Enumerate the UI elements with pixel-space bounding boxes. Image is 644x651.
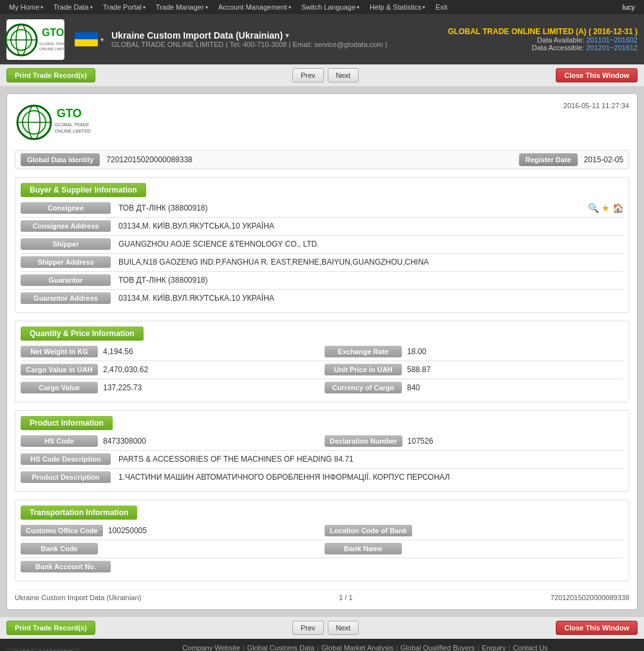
quantity-price-section: Quantity & Price Information Net Weight … [15,321,629,402]
guarantor-value: ТОВ ДТ-ЛІНК (38800918) [116,274,623,286]
cargo-value-uah-value: 2,470,030.62 [103,365,319,374]
nav-trade-data[interactable]: Trade Data ▾ [48,3,98,11]
nav-my-home[interactable]: My Home ▾ [4,3,48,11]
next-button[interactable]: Next [328,68,359,82]
nav-exit[interactable]: Exit [430,3,452,11]
main-content: GTO GLOBAL TRADE ONLINE LIMITED 2016-05-… [0,87,644,616]
record-source: Ukraine Custom Import Data (Ukrainian) [15,594,141,601]
identity-row: Global Data Identity 7201201502000008933… [15,150,629,169]
consignee-icons: 🔍 ★ 🏠 [588,203,623,213]
hs-code-value: 8473308000 [103,437,319,446]
search-icon[interactable]: 🔍 [588,203,599,213]
chevron-down-icon: ▾ [90,5,93,10]
chevron-down-icon: ▾ [205,5,208,10]
net-weight-value: 4,194.56 [103,347,319,356]
footer-link-customs[interactable]: Global Customs Data [247,644,315,651]
transportation-section: Transportation Information Customs Offic… [15,500,629,581]
svg-text:GLOBAL TRADE: GLOBAL TRADE [39,42,68,46]
register-date-label: Register Date [519,153,578,166]
top-navigation: My Home ▾ Trade Data ▾ Trade Portal ▾ Tr… [0,0,644,14]
bank-code-label: Bank Code [21,543,98,554]
hs-code-half: HS Code 8473308000 [21,435,319,447]
data-accessible-link[interactable]: 201201~201612 [586,44,638,52]
declaration-number-half: Declaration Number 107526 [325,435,623,447]
site-logo: GTO GLOBAL TRADE ONLINE LIMITED [6,19,64,60]
data-available-link[interactable]: 201101~201602 [586,36,638,44]
cargo-uah-half: Cargo Value in UAH 2,470,030.62 [21,364,319,375]
hs-code-label: HS Code [21,435,98,447]
product-section: Product Information HS Code 8473308000 D… [15,410,629,492]
user-name: lucy [617,3,640,11]
star-icon[interactable]: ★ [601,203,610,213]
prev-button[interactable]: Prev [292,68,324,82]
bank-code-half: Bank Code [21,543,319,554]
print-button[interactable]: Print Trade Record(s) [6,68,95,82]
hs-description-value: PARTS & ACCESSORIES OF THE MACHINES OF H… [116,453,623,465]
gto-logo-svg: GTO GLOBAL TRADE ONLINE LIMITED [3,22,68,57]
location-bank-label: Location Code of Bank [325,525,412,536]
footer-bottom: 苏ICP备 14033305号 Company Website | Global… [6,644,638,651]
net-weight-half: Net Weight in KG 4,194.56 [21,346,319,357]
nav-switch-language[interactable]: Switch Language ▾ [296,3,365,11]
shipper-row: Shipper GUANGZHOU AOJE SCIENCE &TEHNOLOG… [21,238,623,250]
footer-link-buyers[interactable]: Global Qualified Buyers [401,644,475,651]
home-icon[interactable]: 🏠 [612,203,623,213]
product-description-value: 1.ЧАСТИНИ МАШИН АВТОМАТИЧНОГО ОБРОБЛЕННЯ… [116,471,623,483]
quantity-price-title: Quantity & Price Information [21,326,144,341]
guarantor-row: Guarantor ТОВ ДТ-ЛІНК (38800918) [21,274,623,286]
print-button-bottom[interactable]: Print Trade Record(s) [6,621,95,635]
record-logo: GTO GLOBAL TRADE ONLINE LIMITED [15,102,99,144]
footer-link-enquiry[interactable]: Enquiry [482,644,506,651]
footer-link-company[interactable]: Company Website [182,644,240,651]
product-description-row: Product Description 1.ЧАСТИНИ МАШИН АВТО… [21,471,623,483]
flag-area: ▾ [75,32,104,46]
nav-help-statistics[interactable]: Help & Statistics ▾ [365,3,430,11]
buyer-supplier-section: Buyer & Supplier Information Consignee Т… [15,177,629,313]
exchange-rate-value: 18.00 [407,347,623,356]
site-info: Ukraine Custom Import Data (Ukrainian) ▾… [111,30,387,48]
close-button-bottom[interactable]: Close This Window [556,621,638,635]
ukraine-flag [75,32,98,46]
footer-link-market[interactable]: Global Market Analysis [321,644,393,651]
guarantor-address-row: Guarantor Address 03134,М. КИЇВ,ВУЛ.ЯКУТ… [21,292,623,304]
exchange-rate-label: Exchange Rate [325,346,402,357]
next-button-bottom[interactable]: Next [328,621,359,635]
svg-text:GLOBAL TRADE: GLOBAL TRADE [55,122,90,127]
unit-price-half: Unit Price in UAH 588.87 [325,364,623,375]
buyer-supplier-title: Buyer & Supplier Information [21,183,146,197]
company-name: GLOBAL TRADE ONLINE LIMITED (A) ( 2016-1… [448,27,638,36]
consignee-row: Consignee ТОВ ДТ-ЛІНК (38800918) 🔍 ★ 🏠 [21,202,623,214]
footer-link-contact[interactable]: Contact Us [513,644,547,651]
nav-trade-portal[interactable]: Trade Portal ▾ [98,3,151,11]
unit-price-uah-label: Unit Price in UAH [325,364,402,375]
chevron-down-icon: ▾ [357,5,359,10]
site-title: Ukraine Custom Import Data (Ukrainian) [111,30,283,41]
close-button[interactable]: Close This Window [556,68,638,82]
customs-office-label: Customs Office Code [21,525,103,536]
flag-dropdown-icon[interactable]: ▾ [100,36,104,43]
cargo-value-uah-label: Cargo Value in UAH [21,364,98,375]
nav-account-management[interactable]: Account Management ▾ [213,3,296,11]
declaration-number-value: 107526 [408,437,623,446]
bottom-action-bar: Print Trade Record(s) Prev Next Close Th… [0,616,644,639]
consignee-label: Consignee [21,202,111,214]
header-bar: GTO GLOBAL TRADE ONLINE LIMITED ▾ Ukrain… [0,14,644,64]
site-title-dropdown-icon[interactable]: ▾ [285,31,289,40]
svg-text:GTO: GTO [57,107,82,120]
cargo-value-label: Cargo Value [21,382,98,393]
cargo-value-currency-row: Cargo Value 137,225.73 Currency of Cargo… [21,382,623,393]
site-subtitle: GLOBAL TRADE ONLINE LIMITED ( Tel: 400-7… [111,41,387,48]
svg-text:ONLINE LIMITED: ONLINE LIMITED [55,129,91,133]
prev-button-bottom[interactable]: Prev [292,621,324,635]
register-date-value: 2015-02-05 [584,155,623,164]
cargo-value-value: 137,225.73 [103,383,319,392]
customs-office-half: Customs Office Code 100250005 [21,525,319,536]
unit-price-uah-value: 588.87 [407,365,623,374]
guarantor-address-value: 03134,М. КИЇВ,ВУЛ.ЯКУТСЬКА,10 УКРАЇНА [116,292,623,304]
customs-location-row: Customs Office Code 100250005 Location C… [21,525,623,536]
currency-value: 840 [407,383,623,392]
bank-name-half: Bank Name [325,543,623,554]
bank-code-name-row: Bank Code Bank Name [21,543,623,554]
nav-trade-manager[interactable]: Trade Manager ▾ [151,3,213,11]
consignee-value: ТОВ ДТ-ЛІНК (38800918) [116,202,588,214]
